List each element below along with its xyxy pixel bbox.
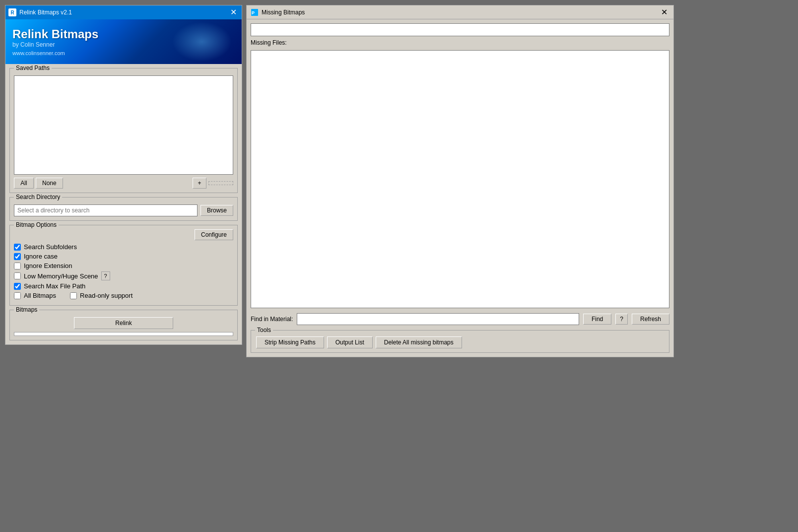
ignore-extension-label: Ignore Extension <box>24 262 72 269</box>
search-directory-input[interactable] <box>14 204 198 216</box>
right-title-left: P Missing Bitmaps <box>251 8 305 16</box>
find-help-button[interactable]: ? <box>615 314 628 325</box>
all-button[interactable]: All <box>14 178 34 189</box>
refresh-button[interactable]: Refresh <box>632 314 669 325</box>
banner-title: Relink Bitmaps <box>12 27 235 41</box>
strip-missing-paths-button[interactable]: Strip Missing Paths <box>256 336 324 348</box>
missing-files-listbox[interactable] <box>251 50 669 308</box>
title-bar-left: R Relink Bitmaps v2.1 <box>8 8 72 16</box>
ignore-case-checkbox[interactable] <box>14 253 21 260</box>
dotted-button[interactable] <box>208 181 233 185</box>
search-dir-row: Browse <box>14 204 233 216</box>
missing-bitmaps-icon: P <box>251 8 259 16</box>
saved-paths-listbox[interactable] <box>14 75 233 175</box>
ignore-case-label: Ignore case <box>24 253 58 260</box>
plus-button[interactable]: + <box>193 178 206 189</box>
output-list-button[interactable]: Output List <box>327 336 373 348</box>
find-button[interactable]: Find <box>583 314 611 325</box>
left-panel: R Relink Bitmaps v2.1 ✕ Relink Bitmaps b… <box>5 5 242 345</box>
checkbox-search-max-path: Search Max File Path <box>14 282 233 290</box>
left-panel-body: Saved Paths All None + Search Directory … <box>5 64 242 344</box>
search-max-path-checkbox[interactable] <box>14 283 21 290</box>
low-memory-help-badge[interactable]: ? <box>101 271 110 280</box>
all-bitmaps-checkbox[interactable] <box>14 292 21 299</box>
bitmaps-group: Bitmaps Relink <box>9 310 238 340</box>
bitmap-options-group: Bitmap Options Configure Search Subfolde… <box>9 225 238 306</box>
banner: Relink Bitmaps by Colin Senner www.colin… <box>5 19 242 64</box>
checkbox-search-subfolders: Search Subfolders <box>14 243 233 251</box>
right-close-button[interactable]: ✕ <box>659 8 669 16</box>
search-subfolders-label: Search Subfolders <box>24 243 77 251</box>
bitmap-options-label: Bitmap Options <box>14 221 59 228</box>
checkbox-low-memory: Low Memory/Huge Scene ? <box>14 271 233 280</box>
find-in-material-label: Find in Material: <box>251 316 293 323</box>
left-title-text: Relink Bitmaps v2.1 <box>19 9 72 16</box>
search-max-path-label: Search Max File Path <box>24 282 85 290</box>
saved-paths-btn-row: All None + <box>14 178 233 189</box>
tools-btn-row: Strip Missing Paths Output List Delete A… <box>256 336 664 348</box>
saved-paths-group: Saved Paths All None + <box>9 68 238 193</box>
saved-paths-label: Saved Paths <box>14 65 52 71</box>
low-memory-checkbox[interactable] <box>14 272 21 279</box>
missing-files-label: Missing Files: <box>251 39 669 46</box>
configure-row: Configure <box>14 229 233 240</box>
tools-group: Tools Strip Missing Paths Output List De… <box>251 330 669 353</box>
readonly-checkbox[interactable] <box>70 292 77 299</box>
bitmaps-group-label: Bitmaps <box>14 306 39 313</box>
checkbox-ignore-extension: Ignore Extension <box>14 262 233 269</box>
left-title-bar: R Relink Bitmaps v2.1 ✕ <box>5 5 242 19</box>
app-icon: R <box>8 8 16 16</box>
ignore-extension-checkbox[interactable] <box>14 263 21 269</box>
left-close-button[interactable]: ✕ <box>228 8 239 16</box>
right-title-text: Missing Bitmaps <box>262 9 305 16</box>
search-subfolders-checkbox[interactable] <box>14 244 21 251</box>
banner-url: www.colinsenner.com <box>12 50 235 56</box>
all-bitmaps-label: All Bitmaps <box>24 292 56 299</box>
search-directory-group: Search Directory Browse <box>9 197 238 221</box>
delete-all-missing-button[interactable]: Delete All missing bitmaps <box>376 336 462 348</box>
right-panel-body: Missing Files: Find in Material: Find ? … <box>247 19 673 357</box>
configure-button[interactable]: Configure <box>195 229 233 240</box>
right-title-bar: P Missing Bitmaps ✕ <box>247 5 673 19</box>
browse-button[interactable]: Browse <box>200 205 233 216</box>
readonly-label: Read-only support <box>80 292 133 299</box>
find-row: Find in Material: Find ? Refresh <box>251 313 669 325</box>
top-search-input[interactable] <box>251 23 669 36</box>
none-button[interactable]: None <box>36 178 63 189</box>
find-input[interactable] <box>297 313 579 325</box>
right-panel: P Missing Bitmaps ✕ Missing Files: Find … <box>246 5 674 357</box>
checkbox-all-bitmaps-row: All Bitmaps Read-only support <box>14 292 233 299</box>
banner-sub: by Colin Senner <box>12 41 235 48</box>
checkbox-ignore-case: Ignore case <box>14 253 233 260</box>
low-memory-label: Low Memory/Huge Scene <box>24 272 98 280</box>
svg-text:P: P <box>252 10 255 15</box>
tools-label: Tools <box>255 327 273 333</box>
progress-bar <box>14 332 233 336</box>
search-directory-label: Search Directory <box>14 194 62 200</box>
relink-button[interactable]: Relink <box>74 317 173 329</box>
